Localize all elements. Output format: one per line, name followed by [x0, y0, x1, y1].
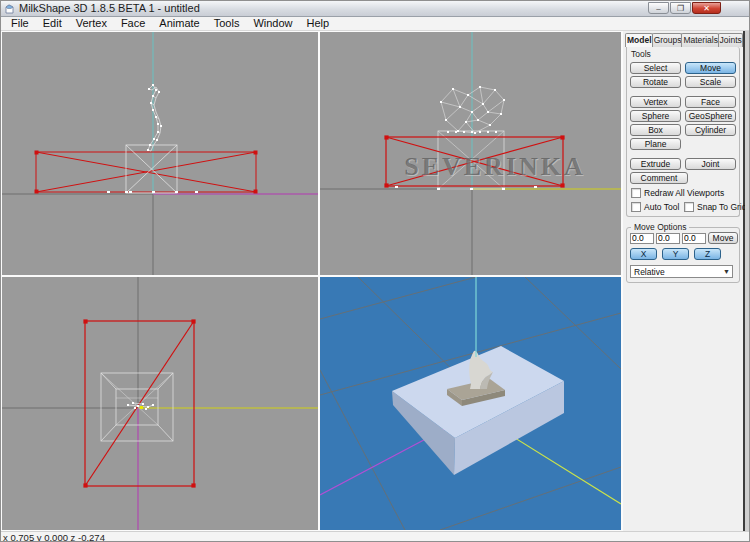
axis-z-toggle[interactable]: Z — [694, 248, 721, 260]
menu-face[interactable]: Face — [114, 17, 152, 30]
snap-to-grid-checkbox[interactable] — [684, 202, 694, 212]
side-panel: Model Groups Materials Joints Tools Sele… — [623, 31, 745, 531]
move-options-label: Move Options — [631, 222, 689, 232]
menu-vertex[interactable]: Vertex — [69, 17, 114, 30]
move-options-group: Move Options Move X Y Z Relative ▼ — [626, 227, 740, 283]
move-apply-button[interactable]: Move — [708, 232, 738, 244]
scale-button[interactable]: Scale — [685, 76, 736, 88]
viewport-side[interactable] — [2, 32, 318, 275]
tools-group: Tools Select Move Rotate Scale Vertex Fa… — [626, 47, 740, 217]
axis-y-toggle[interactable]: Y — [662, 248, 689, 260]
tab-joints[interactable]: Joints — [718, 33, 743, 47]
move-button[interactable]: Move — [685, 62, 736, 74]
menu-help[interactable]: Help — [300, 17, 337, 30]
move-mode-value: Relative — [634, 267, 665, 277]
auto-tool-label: Auto Tool — [644, 202, 679, 212]
vertex-button[interactable]: Vertex — [630, 96, 681, 108]
move-mode-dropdown[interactable]: Relative ▼ — [630, 265, 733, 278]
move-x-input[interactable] — [630, 233, 654, 244]
tab-materials[interactable]: Materials — [681, 33, 718, 47]
redraw-all-viewports-label: Redraw All Viewports — [644, 188, 724, 198]
close-button[interactable]: ✕ — [692, 2, 721, 14]
chevron-down-icon: ▼ — [723, 268, 730, 275]
app-icon — [4, 3, 15, 14]
restore-button[interactable]: ❐ — [670, 2, 691, 14]
viewport-workspace: SEVERINKA — [1, 31, 623, 531]
status-bar: x 0.705 y 0.000 z -0.274 — [1, 531, 750, 542]
tab-groups[interactable]: Groups — [652, 33, 683, 47]
plane-button[interactable]: Plane — [630, 138, 681, 150]
menu-tools[interactable]: Tools — [207, 17, 247, 30]
selected-mesh-wireframe[interactable] — [148, 85, 161, 151]
menu-animate[interactable]: Animate — [152, 17, 206, 30]
axis-x-toggle[interactable]: X — [630, 248, 657, 260]
snap-to-grid-label: Snap To Grid — [697, 202, 746, 212]
tools-group-label: Tools — [631, 49, 736, 59]
title-bar[interactable]: MilkShape 3D 1.8.5 BETA 1 - untitled – ❐… — [1, 1, 750, 17]
menu-edit[interactable]: Edit — [36, 17, 69, 30]
extrude-button[interactable]: Extrude — [630, 158, 681, 170]
menu-window[interactable]: Window — [246, 17, 299, 30]
joint-button[interactable]: Joint — [685, 158, 736, 170]
selection-center-handle[interactable] — [140, 406, 143, 409]
coordinate-readout: x 0.705 y 0.000 z -0.274 — [3, 532, 105, 542]
rotate-button[interactable]: Rotate — [630, 76, 681, 88]
cylinder-button[interactable]: Cylinder — [685, 124, 736, 136]
select-button[interactable]: Select — [630, 62, 681, 74]
viewport-3d-canvas — [320, 277, 621, 530]
menu-file[interactable]: File — [4, 17, 36, 30]
face-button[interactable]: Face — [685, 96, 736, 108]
axis-crosshair — [2, 32, 318, 275]
viewport-front[interactable]: SEVERINKA — [320, 32, 621, 275]
viewport-top-canvas — [2, 277, 318, 530]
window-title: MilkShape 3D 1.8.5 BETA 1 - untitled — [19, 1, 200, 16]
move-y-input[interactable] — [656, 233, 680, 244]
auto-tool-checkbox[interactable] — [631, 202, 641, 212]
menu-bar: File Edit Vertex Face Animate Tools Wind… — [1, 17, 750, 31]
axis-crosshair — [2, 277, 318, 530]
box-button[interactable]: Box — [630, 124, 681, 136]
red-selection-box[interactable] — [35, 151, 257, 193]
viewport-3d[interactable] — [320, 277, 621, 530]
viewport-side-canvas — [2, 32, 318, 275]
window-right-gutter — [745, 31, 750, 531]
watermark-text: SEVERINKA — [370, 152, 620, 182]
redraw-all-viewports-checkbox[interactable] — [631, 188, 641, 198]
comment-button[interactable]: Comment — [630, 172, 688, 184]
milkshape-window: { "window": { "title": "MilkShape 3D 1.8… — [0, 0, 750, 542]
panel-tabs: Model Groups Materials Joints — [625, 33, 742, 47]
geosphere-button[interactable]: GeoSphere — [685, 110, 736, 122]
minimize-button[interactable]: – — [648, 2, 669, 14]
sphere-button[interactable]: Sphere — [630, 110, 681, 122]
selected-mesh-cluster[interactable] — [127, 402, 154, 410]
viewport-top[interactable] — [2, 277, 318, 530]
move-z-input[interactable] — [682, 233, 706, 244]
tab-model[interactable]: Model — [625, 33, 653, 47]
